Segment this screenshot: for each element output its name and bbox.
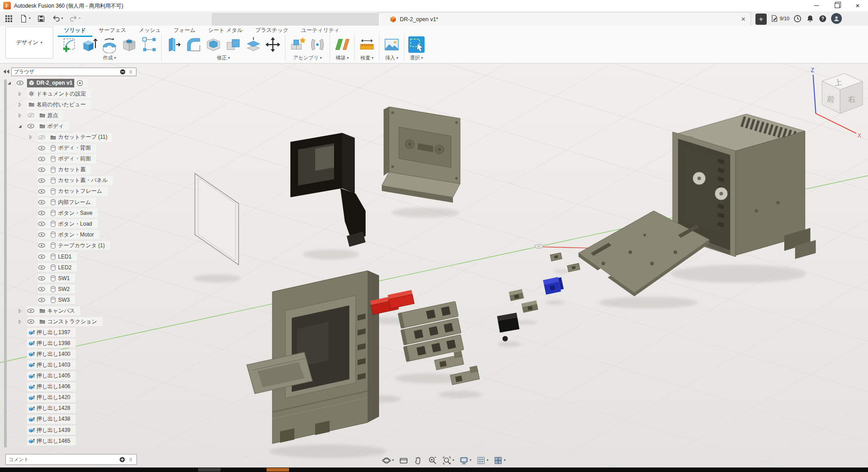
tree-item-chip[interactable]: SW2 [49, 285, 72, 293]
browser-tree-item[interactable]: 名前の付いたビュー [17, 99, 113, 110]
visibility-toggle-hidden[interactable] [38, 134, 49, 141]
tree-item-chip[interactable]: カセット蓋 [49, 165, 87, 174]
tree-item-chip[interactable]: 名前の付いたビュー [27, 100, 87, 109]
insert-image-button[interactable] [382, 35, 401, 54]
browser-tree-item[interactable]: 内部フレーム [28, 197, 113, 208]
visibility-toggle[interactable] [38, 155, 49, 162]
app-grid-button[interactable] [3, 13, 15, 24]
visibility-toggle[interactable] [38, 242, 49, 249]
tree-item-chip[interactable]: ボタン・Load [49, 219, 94, 228]
fit-button[interactable]: ▾ [441, 455, 456, 466]
ribbon-group-label[interactable]: アセンブリ▾ [293, 54, 321, 61]
browser-tree-item[interactable]: カセットテープ (11) [28, 132, 113, 142]
job-status-button[interactable]: 9/10 [771, 14, 789, 23]
visibility-toggle[interactable] [38, 264, 49, 271]
visibility-toggle[interactable] [38, 221, 49, 227]
clock-icon[interactable] [793, 14, 802, 23]
browser-tree-item[interactable]: SW3 [28, 295, 113, 305]
hole-button[interactable] [120, 35, 139, 54]
browser-tree-item[interactable]: 押し出し1465 [17, 436, 113, 446]
grip-icon[interactable] [128, 457, 134, 463]
tree-item-chip[interactable]: カセットフレーム [49, 187, 104, 196]
minimize-button[interactable] [806, 0, 827, 11]
minus-circle-icon[interactable] [120, 69, 126, 75]
activate-component-icon[interactable] [76, 79, 84, 87]
visibility-toggle[interactable] [38, 177, 49, 184]
visibility-toggle[interactable] [38, 286, 49, 292]
viewports-button[interactable]: ▾ [492, 455, 507, 466]
visibility-toggle[interactable] [38, 166, 49, 173]
new-component-button[interactable] [288, 35, 307, 54]
ribbon-group-label[interactable]: 挿入▾ [385, 54, 398, 61]
new-tab-button[interactable]: + [755, 14, 767, 25]
browser-tree-item[interactable]: カセット蓋 [28, 164, 113, 175]
grip-icon[interactable] [128, 69, 134, 75]
zoom-button[interactable] [426, 455, 439, 466]
browser-tree-item[interactable]: テープカウンタ (1) [28, 240, 113, 251]
tree-item-chip[interactable]: LED2 [49, 263, 73, 272]
ribbon-group-label[interactable]: 構築▾ [335, 54, 348, 61]
tree-item-chip[interactable]: 押し出し1400 [27, 349, 72, 359]
tree-item-chip[interactable]: 押し出し1465 [27, 436, 72, 445]
visibility-toggle[interactable] [38, 296, 49, 303]
browser-tree-item[interactable]: コンストラクション [17, 316, 113, 327]
visibility-toggle[interactable] [38, 199, 49, 206]
browser-tree-item[interactable]: ボタン・Load [28, 218, 113, 229]
expand-toggle[interactable] [17, 123, 27, 130]
undo-button[interactable]: ▾ [50, 13, 65, 24]
browser-tree-item[interactable]: ボディ・背面 [28, 143, 113, 154]
tree-item-chip[interactable]: ボディ・前面 [49, 154, 93, 163]
browser-tree-item[interactable]: 押し出し1405 [17, 371, 113, 381]
tree-item-chip[interactable]: ボディ・背面 [49, 144, 93, 153]
tree-item-chip[interactable]: テープカウンタ (1) [49, 241, 107, 250]
ribbon-group-label[interactable]: 選択▾ [410, 54, 423, 61]
visibility-toggle[interactable] [27, 318, 38, 325]
close-button[interactable]: ✕ [847, 0, 868, 11]
browser-tree-item[interactable]: 押し出し1420 [17, 392, 113, 403]
tree-item-chip[interactable]: 押し出し1406 [27, 382, 72, 391]
save-button[interactable] [35, 13, 47, 24]
pan-button[interactable] [412, 455, 424, 466]
tree-item-chip[interactable]: 原点 [38, 111, 60, 120]
browser-tree-item[interactable]: ボタン・Motor [28, 229, 113, 240]
plus-circle-icon[interactable] [119, 457, 125, 463]
browser-tree-item[interactable]: DR-2_open v1 [6, 77, 113, 88]
browser-header[interactable]: ブラウザ [11, 68, 136, 76]
tree-item-chip[interactable]: コンストラクション [38, 317, 99, 326]
workspace-selector[interactable]: デザイン ▾ [5, 27, 53, 59]
display-settings-button[interactable]: ▾ [458, 455, 473, 466]
close-tab-icon[interactable]: ✕ [738, 14, 748, 24]
offset-face-button[interactable] [244, 35, 262, 54]
comment-panel[interactable]: コメント [5, 454, 137, 465]
browser-tree-item[interactable]: 押し出し1439 [17, 425, 113, 436]
tree-item-chip[interactable]: ボディ [38, 122, 66, 131]
visibility-toggle[interactable] [27, 308, 38, 314]
visibility-toggle[interactable] [16, 80, 27, 86]
browser-tree-item[interactable]: 押し出し1397 [17, 327, 113, 338]
tree-item-chip[interactable]: ドキュメントの設定 [27, 89, 88, 98]
tree-item-chip[interactable]: 押し出し1398 [27, 339, 72, 348]
browser-tree-item[interactable]: キャンバス [17, 305, 113, 316]
visibility-toggle[interactable] [38, 253, 49, 260]
part-body-back-panel[interactable] [382, 107, 460, 203]
tree-item-chip[interactable]: 押し出し1428 [27, 404, 72, 413]
visibility-toggle[interactable] [38, 210, 49, 217]
grid-settings-button[interactable]: ▾ [475, 455, 490, 466]
tree-item-chip[interactable]: 押し出し1438 [27, 415, 72, 424]
file-menu-button[interactable]: ▾ [18, 13, 32, 24]
create-sketch-button[interactable] [60, 35, 79, 54]
browser-tree-item[interactable]: SW1 [28, 273, 113, 284]
expand-toggle[interactable] [17, 101, 27, 108]
tree-item-chip[interactable]: 押し出し1397 [27, 328, 72, 337]
visibility-toggle-hidden[interactable] [27, 112, 38, 119]
tree-item-chip[interactable]: カセットテープ (11) [49, 133, 109, 142]
tree-item-chip[interactable]: LED1 [49, 252, 73, 261]
press-pull-button[interactable] [164, 35, 183, 54]
ribbon-group-label[interactable]: 作成▾ [103, 54, 116, 61]
browser-tree-item[interactable]: 押し出し1438 [17, 414, 113, 425]
measure-button[interactable] [357, 35, 376, 54]
tree-item-chip[interactable]: 押し出し1420 [27, 393, 72, 402]
visibility-toggle[interactable] [27, 123, 38, 130]
tree-item-chip[interactable]: DR-2_open v1 [27, 79, 74, 87]
tree-item-chip[interactable]: カセット蓋・パネル [49, 176, 109, 185]
